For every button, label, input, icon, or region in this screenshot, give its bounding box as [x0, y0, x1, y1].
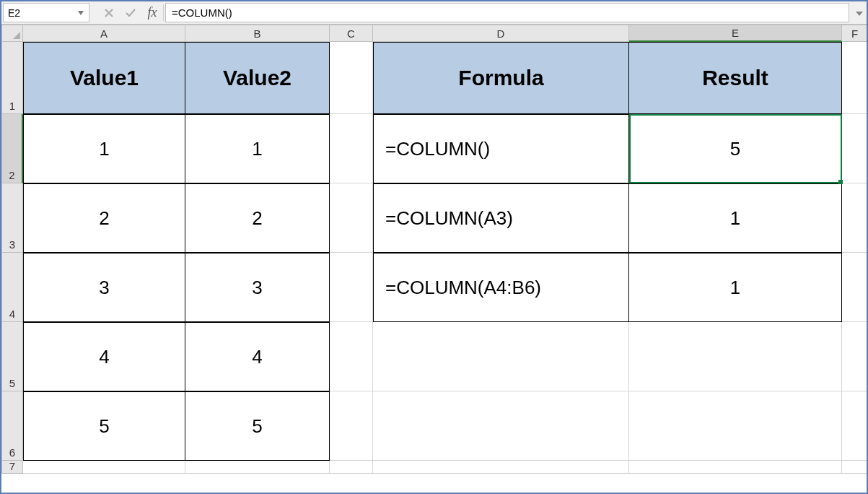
cell-E5[interactable]: [629, 322, 842, 391]
cell-E2[interactable]: 5: [629, 114, 842, 183]
fx-icon[interactable]: fx: [141, 1, 163, 24]
row-header-6[interactable]: 6: [1, 391, 23, 461]
cell-B3[interactable]: 2: [185, 183, 330, 253]
cell-D7[interactable]: [373, 461, 629, 474]
name-box[interactable]: E2: [3, 3, 89, 22]
cell-F7[interactable]: [842, 461, 868, 474]
formula-input[interactable]: =COLUMN(): [165, 3, 849, 22]
cell-D4[interactable]: =COLUMN(A4:B6): [373, 253, 629, 322]
cell-B1[interactable]: Value2: [185, 42, 330, 114]
row-header-3[interactable]: 3: [1, 183, 23, 253]
cancel-icon[interactable]: [98, 1, 120, 24]
cell-B2[interactable]: 1: [185, 114, 330, 183]
cell-F2[interactable]: [842, 114, 868, 183]
expand-formula-bar-icon[interactable]: [852, 1, 867, 24]
col-header-E[interactable]: E: [629, 25, 842, 42]
row-header-5[interactable]: 5: [1, 322, 23, 391]
cell-D5[interactable]: [373, 322, 629, 391]
col-header-C[interactable]: C: [330, 25, 373, 42]
row-header-7[interactable]: 7: [1, 461, 23, 474]
cell-E6[interactable]: [629, 391, 842, 461]
cell-F5[interactable]: [842, 322, 868, 391]
row-header-1[interactable]: 1: [1, 42, 23, 114]
cell-D6[interactable]: [373, 391, 629, 461]
cell-E7[interactable]: [629, 461, 842, 474]
cell-C7[interactable]: [330, 461, 373, 474]
cell-A5[interactable]: 4: [23, 322, 185, 391]
cell-A1[interactable]: Value1: [23, 42, 185, 114]
confirm-icon[interactable]: [120, 1, 141, 24]
col-header-B[interactable]: B: [185, 25, 330, 42]
cell-D1[interactable]: Formula: [373, 42, 629, 114]
cell-B7[interactable]: [185, 461, 330, 474]
cell-C5[interactable]: [330, 322, 373, 391]
cell-C6[interactable]: [330, 391, 373, 461]
row-header-4[interactable]: 4: [1, 253, 23, 322]
cell-A2[interactable]: 1: [23, 114, 185, 183]
cell-A6[interactable]: 5: [23, 391, 185, 461]
cell-F4[interactable]: [842, 253, 868, 322]
cell-B5[interactable]: 4: [185, 322, 330, 391]
formula-bar: E2 fx =COLUMN(): [1, 1, 867, 25]
select-all-button[interactable]: [1, 25, 23, 42]
col-header-A[interactable]: A: [23, 25, 185, 42]
spreadsheet-grid: A B C D E F 1 Value1 Value2 Formula Resu…: [1, 25, 867, 474]
cell-D3[interactable]: =COLUMN(A3): [373, 183, 629, 253]
cell-D2[interactable]: =COLUMN(): [373, 114, 629, 183]
col-header-D[interactable]: D: [373, 25, 629, 42]
cell-C4[interactable]: [330, 253, 373, 322]
cell-C3[interactable]: [330, 183, 373, 253]
cell-A7[interactable]: [23, 461, 185, 474]
cell-B4[interactable]: 3: [185, 253, 330, 322]
row-header-2[interactable]: 2: [1, 114, 23, 183]
cell-E4[interactable]: 1: [629, 253, 842, 322]
cell-A4[interactable]: 3: [23, 253, 185, 322]
chevron-down-icon[interactable]: [77, 9, 84, 17]
cell-F1[interactable]: [842, 42, 868, 114]
cell-C1[interactable]: [330, 42, 373, 114]
cell-F6[interactable]: [842, 391, 868, 461]
name-box-value: E2: [8, 7, 77, 19]
cell-B6[interactable]: 5: [185, 391, 330, 461]
col-header-F[interactable]: F: [842, 25, 868, 42]
cell-A3[interactable]: 2: [23, 183, 185, 253]
cell-E3[interactable]: 1: [629, 183, 842, 253]
cell-C2[interactable]: [330, 114, 373, 183]
formula-input-value: =COLUMN(): [172, 6, 232, 19]
cell-F3[interactable]: [842, 183, 868, 253]
cell-E1[interactable]: Result: [629, 42, 842, 114]
